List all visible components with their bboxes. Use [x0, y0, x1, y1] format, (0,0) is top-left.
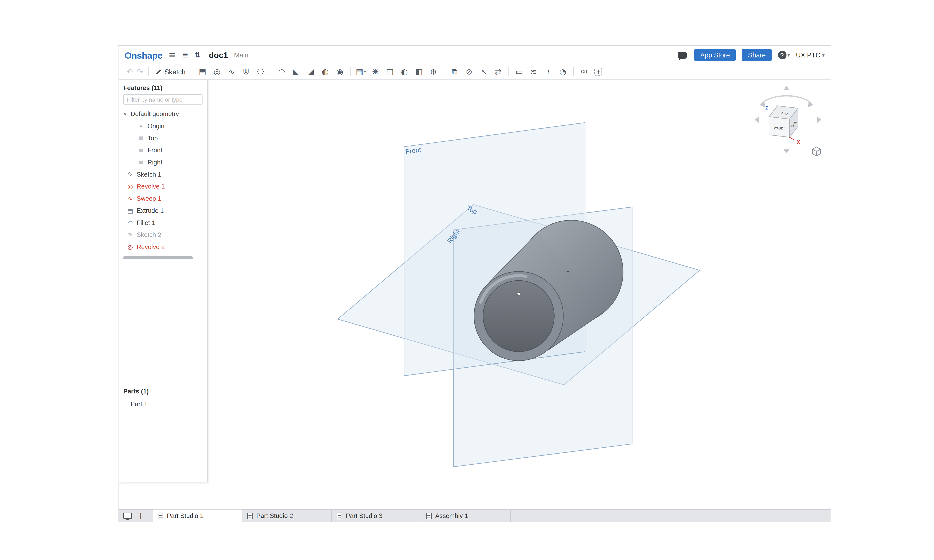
offset-surface-icon[interactable]: ⧉ [449, 66, 460, 78]
loft-icon-glyph: ⋓ [243, 68, 249, 75]
rotate-left-icon[interactable] [754, 117, 759, 123]
feature-item-origin[interactable]: ⌖Origin [118, 120, 208, 132]
origin-point[interactable] [517, 292, 520, 295]
feature-item-sketch-1[interactable]: ✎Sketch 1 [118, 168, 208, 180]
help-menu[interactable]: ? ▾ [778, 51, 790, 59]
replace-face-icon[interactable]: ⇄ [492, 66, 504, 78]
draft-icon[interactable]: ◢ [305, 66, 317, 78]
comments-icon[interactable] [678, 52, 687, 58]
feature-item-revolve-2[interactable]: ◎Revolve 2 [118, 241, 208, 253]
feature-item-front[interactable]: ■Front [118, 144, 208, 156]
transform-icon[interactable]: ⊕ [428, 66, 439, 78]
rotate-up-icon[interactable] [783, 86, 789, 90]
tab-part-studio-3[interactable]: Part Studio 3 [332, 510, 422, 522]
linear-pattern-icon-glyph: ▦ [356, 68, 363, 75]
new-tab-button[interactable]: + [137, 511, 145, 520]
front-cap-face[interactable] [483, 280, 554, 352]
main-menu-icon[interactable]: ≡ [168, 49, 176, 60]
fillet-icon[interactable]: ◠ [276, 66, 288, 78]
sweep-icon-glyph: ∿ [228, 68, 235, 75]
move-face-icon[interactable]: ⇱ [478, 66, 489, 78]
chevron-down-icon: ▾ [788, 52, 790, 58]
feature-item-revolve-1[interactable]: ◎Revolve 1 [118, 180, 208, 192]
project-curve-icon[interactable]: ◔ [557, 66, 569, 78]
thicken-icon[interactable]: ⎔ [255, 66, 266, 78]
tab-part-studio-1[interactable]: Part Studio 1 [153, 510, 242, 522]
revolve-icon[interactable]: ◎ [211, 66, 223, 78]
helix-icon-glyph: ≋ [531, 68, 537, 75]
variable-icon-glyph: (x) [581, 69, 587, 74]
mirror-icon[interactable]: ◫ [384, 66, 396, 78]
feature-item-sketch-2[interactable]: ✎Sketch 2 [118, 228, 208, 241]
tab-controls: + [118, 510, 153, 522]
hole-icon[interactable]: ◉ [334, 66, 346, 78]
share-button[interactable]: Share [742, 49, 772, 61]
toolbar-divider [350, 67, 351, 76]
rotate-arc[interactable] [760, 96, 812, 105]
feature-item-right[interactable]: ■Right [118, 156, 208, 168]
part-item-part-1[interactable]: Part 1 [118, 398, 208, 410]
features-hscrollbar [122, 256, 203, 260]
parts-list: Part 1 [118, 398, 208, 410]
shell-icon[interactable]: ◍ [319, 66, 331, 78]
extrude-icon[interactable]: ⬒ [197, 66, 208, 78]
feature-item-extrude-1[interactable]: ⬒Extrude 1 [118, 204, 208, 217]
tab-part-studio-2[interactable]: Part Studio 2 [242, 510, 332, 522]
circular-pattern-icon[interactable]: ✳ [370, 66, 381, 78]
helix-icon[interactable]: ≋ [528, 66, 540, 78]
account-menu[interactable]: UX PTC ▾ [796, 51, 825, 59]
curve-icon[interactable]: ≀ [542, 66, 554, 78]
feature-label: Right [148, 158, 162, 166]
rotate-right-icon[interactable] [817, 117, 822, 123]
isometric-view-button[interactable] [812, 147, 820, 156]
sketch-button[interactable]: Sketch [155, 68, 185, 75]
sweep-icon[interactable]: ∿ [226, 66, 237, 78]
replace-face-icon-glyph: ⇄ [495, 68, 502, 75]
boolean-icon[interactable]: ◐ [399, 66, 410, 78]
loft-icon[interactable]: ⋓ [240, 66, 252, 78]
shell-icon-glyph: ◍ [322, 68, 329, 75]
toolbar-divider [148, 67, 149, 76]
linear-pattern-icon[interactable]: ▦▾ [355, 66, 367, 78]
redo-icon[interactable]: ↷ [137, 67, 143, 76]
toolbar-icon-strip: ⬒◎∿⋓⎔◠◣◢◍◉▦▾✳◫◐◧⊕⧉⊘⇱⇄▭≋≀◔(x)+ [195, 66, 606, 78]
features-hscroll-thumb[interactable] [123, 256, 193, 260]
vertex-point[interactable] [567, 271, 569, 272]
rotate-down-icon[interactable] [783, 149, 789, 154]
workspace-name[interactable]: Main [234, 51, 248, 59]
plane-icon[interactable]: ▭ [514, 66, 525, 78]
versions-icon[interactable]: ≣ [182, 51, 188, 59]
document-title[interactable]: doc1 [209, 51, 228, 60]
graphics-viewport[interactable]: Front Top Right [208, 80, 831, 509]
parts-title: Parts (1) [118, 383, 208, 398]
delete-face-icon-glyph: ⊘ [466, 68, 472, 75]
featurescript-icon-glyph: + [594, 68, 602, 75]
feature-item-fillet-1[interactable]: ◠Fillet 1 [118, 217, 208, 229]
featurescript-icon[interactable]: + [593, 66, 604, 78]
split-icon[interactable]: ◧ [413, 66, 425, 78]
window-body: Features (11) ∨Default geometry⌖Origin■T… [118, 80, 831, 509]
feature-item-default-geometry[interactable]: ∨Default geometry [118, 108, 208, 120]
origin-icon: ⌖ [137, 122, 145, 129]
follow-mode-icon[interactable]: ⇅ [194, 51, 200, 59]
chamfer-icon[interactable]: ◣ [291, 66, 302, 78]
feature-item-sweep-1[interactable]: ∿Sweep 1 [118, 192, 208, 204]
extrude-icon: ⬒ [126, 207, 134, 214]
view-cube: Top Front Right Z X [752, 85, 823, 161]
tab-assembly-1[interactable]: Assembly 1 [422, 510, 511, 522]
help-icon[interactable]: ? [778, 51, 786, 59]
sketch-button-label: Sketch [164, 68, 185, 75]
toolbar-divider [573, 67, 574, 76]
delete-face-icon[interactable]: ⊘ [463, 66, 475, 78]
onshape-logo[interactable]: Onshape [125, 50, 163, 60]
app-store-button[interactable]: App Store [694, 49, 736, 61]
tab-manager-icon[interactable] [123, 512, 132, 518]
feature-label: Revolve 1 [137, 183, 165, 190]
undo-icon[interactable]: ↶ [126, 67, 133, 76]
variable-icon[interactable]: (x) [578, 66, 590, 78]
feature-filter-input[interactable] [123, 94, 203, 105]
chevron-down-icon[interactable]: ∨ [123, 111, 129, 116]
feature-item-top[interactable]: ■Top [118, 132, 208, 144]
assembly-icon [426, 512, 432, 519]
feature-label: Top [148, 134, 158, 142]
